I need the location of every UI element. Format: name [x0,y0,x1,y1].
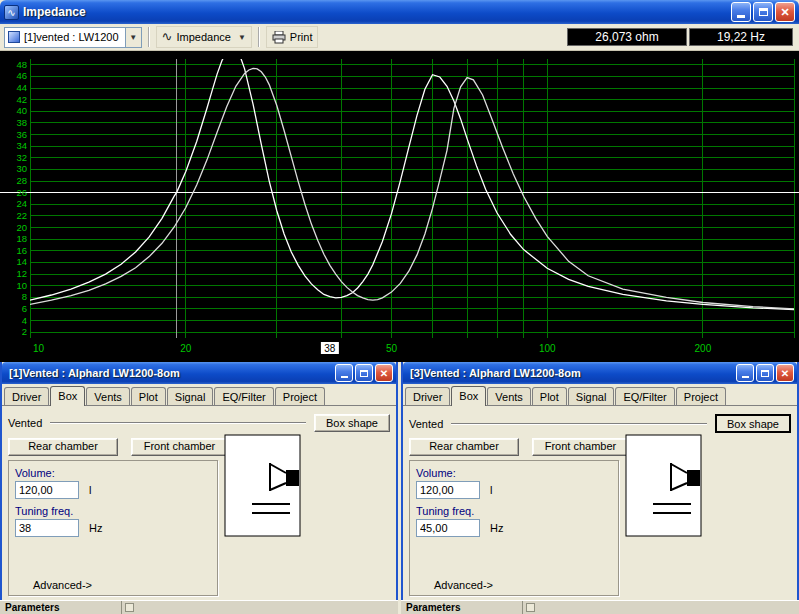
separator-line [50,422,306,424]
tab-eq-filter[interactable]: EQ/Filter [214,387,273,405]
minimize-icon [737,15,745,18]
svg-text:32: 32 [16,152,27,163]
tab-vents[interactable]: Vents [86,387,130,405]
parameters-panel-bar[interactable]: Parameters [401,600,799,614]
svg-text:20: 20 [16,222,27,233]
panel-toggle-button[interactable] [125,603,134,612]
box-parameters-group: Volume: l Tuning freq. Hz Advanced-> [8,460,218,596]
svg-text:200: 200 [695,343,712,354]
maximize-button[interactable] [756,364,774,382]
box-shape-drawing [625,434,703,538]
tab-bar: DriverBoxVentsPlotSignalEQ/FilterProject [2,386,396,406]
volume-label: Volume: [416,467,618,479]
rear-chamber-button[interactable]: Rear chamber [8,438,118,456]
box-shape-button[interactable]: Box shape [715,414,791,433]
box-parameters-group: Volume: l Tuning freq. Hz Advanced-> [409,460,619,596]
svg-text:46: 46 [16,70,27,81]
tab-signal[interactable]: Signal [167,387,214,405]
project-icon [8,31,20,43]
impedance-chart[interactable]: 2468101214161820222426283032343638404244… [0,51,799,362]
tab-signal[interactable]: Signal [568,387,615,405]
chevron-down-icon: ▼ [238,33,246,42]
rear-chamber-button[interactable]: Rear chamber [409,438,519,456]
tab-driver[interactable]: Driver [405,387,450,405]
panel-toggle-button[interactable] [526,603,535,612]
separator-line [451,423,707,425]
svg-text:6: 6 [22,303,27,314]
front-chamber-button[interactable]: Front chamber [532,438,628,456]
toolbar-separator [148,27,150,47]
maximize-button[interactable] [753,2,773,22]
volume-input[interactable] [15,481,79,499]
svg-text:38: 38 [16,117,27,128]
tab-plot[interactable]: Plot [532,387,567,405]
tab-project[interactable]: Project [275,387,325,405]
child-titlebar[interactable]: [1]Vented : Alphard LW1200-8om ✕ [2,362,396,384]
svg-text:8: 8 [22,291,27,302]
tab-eq-filter[interactable]: EQ/Filter [615,387,674,405]
svg-text:100: 100 [539,343,556,354]
svg-text:22: 22 [16,210,27,221]
main-titlebar[interactable]: ∿ Impedance ✕ [0,0,799,24]
main-window-title: Impedance [23,5,729,19]
box-shape-drawing [224,434,302,538]
maximize-icon [360,370,368,377]
graph-type-label: Impedance [177,31,231,43]
close-button[interactable]: ✕ [375,364,393,382]
frequency-readout: 19,22 Hz [689,28,793,46]
child-titlebar[interactable]: [3]Vented : Alphard LW1200-8om ✕ [403,362,797,384]
tab-vents[interactable]: Vents [487,387,531,405]
svg-text:36: 36 [16,129,27,140]
maximize-button[interactable] [355,364,373,382]
tab-box[interactable]: Box [451,386,486,406]
close-button[interactable]: ✕ [775,2,795,22]
project-combo-value: [1]vented : LW1200 [20,31,125,43]
parameters-panel-bar[interactable]: Parameters [0,600,398,614]
svg-text:34: 34 [16,140,27,151]
minimize-button[interactable] [335,364,353,382]
tuning-freq-label: Tuning freq. [416,505,618,517]
svg-text:44: 44 [16,82,27,93]
box-tab-content: Vented Box shape Rear chamber Front cham… [2,406,396,600]
tab-project[interactable]: Project [676,387,726,405]
svg-text:40: 40 [16,105,27,116]
chevron-down-icon[interactable]: ▼ [125,28,141,47]
print-button[interactable]: Print [266,26,319,48]
tab-plot[interactable]: Plot [131,387,166,405]
tuning-freq-unit: Hz [89,522,102,534]
advanced-link[interactable]: Advanced-> [434,579,493,591]
svg-text:48: 48 [16,59,27,70]
volume-unit: l [490,484,492,496]
advanced-link[interactable]: Advanced-> [33,579,92,591]
impedance-readout: 26,073 ohm [567,28,687,46]
svg-text:4: 4 [22,315,27,326]
waveform-icon: ∿ [162,32,173,42]
graph-type-dropdown[interactable]: ∿ Impedance ▼ [156,26,252,48]
volume-input[interactable] [416,481,480,499]
minimize-button[interactable] [731,2,751,22]
tuning-freq-input[interactable] [15,519,79,537]
tab-bar: DriverBoxVentsPlotSignalEQ/FilterProject [403,386,797,406]
minimize-button[interactable] [736,364,754,382]
impedance-plot-svg[interactable]: 2468101214161820222426283032343638404244… [0,51,799,362]
front-chamber-button[interactable]: Front chamber [131,438,227,456]
svg-text:30: 30 [16,163,27,174]
tab-box[interactable]: Box [50,386,85,406]
child-window-title: [3]Vented : Alphard LW1200-8om [410,367,734,379]
box-shape-button[interactable]: Box shape [314,414,390,432]
main-toolbar: [1]vented : LW1200 ▼ ∿ Impedance ▼ Print… [0,24,799,51]
close-button[interactable]: ✕ [776,364,794,382]
project-select-combo[interactable]: [1]vented : LW1200 ▼ [4,27,142,48]
printer-icon [272,31,286,44]
minimize-icon [742,376,749,378]
toolbar-separator [258,27,260,47]
parameters-label: Parameters [401,601,523,614]
tuning-freq-input[interactable] [416,519,480,537]
svg-text:14: 14 [16,256,27,267]
svg-text:12: 12 [16,268,27,279]
box-window-3: [3]Vented : Alphard LW1200-8om ✕ DriverB… [401,362,799,600]
svg-text:16: 16 [16,245,27,256]
svg-text:38: 38 [324,343,336,354]
enclosure-type-label: Vented [409,418,443,430]
tab-driver[interactable]: Driver [4,387,49,405]
